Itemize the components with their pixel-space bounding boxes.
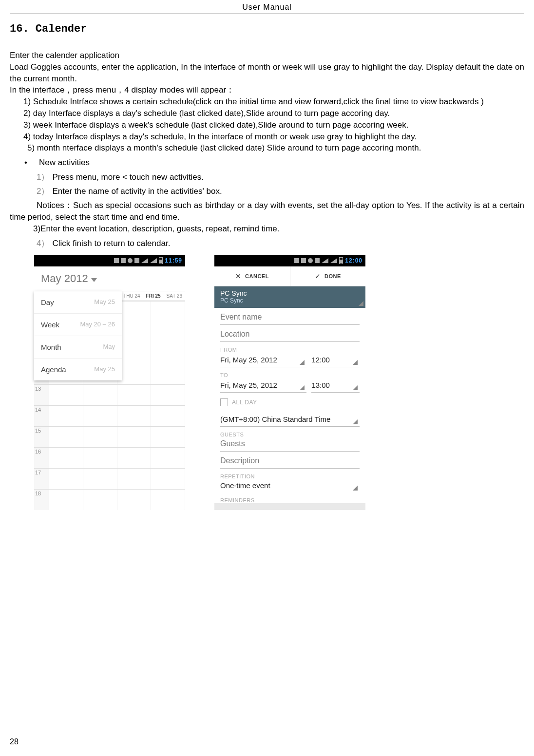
calendar-title-spinner[interactable]: May 2012: [34, 266, 185, 291]
description-field[interactable]: [220, 452, 360, 469]
to-time-spinner[interactable]: 13:00: [311, 378, 360, 393]
hour-label: 14: [34, 406, 49, 426]
hour-label: 16: [34, 448, 49, 468]
spinner-icon: [300, 385, 305, 390]
view-mode-menu: DayMay 25 WeekMay 20 – 26 MonthMay Agend…: [34, 291, 122, 380]
from-date-spinner[interactable]: Fri, May 25, 2012: [220, 353, 306, 367]
done-button[interactable]: DONE: [290, 266, 366, 286]
bullet-dot-icon: •: [24, 158, 39, 168]
reminders-label: REMINDERS: [220, 497, 360, 503]
hour-label: 15: [34, 427, 49, 447]
spinner-icon: [353, 419, 358, 424]
hour-label: 18: [34, 490, 49, 510]
mode-3: 3) week Interface displays a week's sche…: [10, 119, 524, 131]
timezone-spinner[interactable]: (GMT+8:00) China Standard Time: [220, 412, 360, 427]
page-number: 28: [10, 737, 19, 746]
status-time: 11:59: [165, 257, 182, 264]
status-bar: 11:59: [34, 255, 185, 266]
status-icon: [294, 258, 299, 263]
all-day-label: ALL DAY: [232, 399, 257, 406]
spinner-icon: [300, 360, 305, 365]
battery-icon: [339, 257, 343, 264]
status-icon: [114, 258, 119, 263]
to-date-spinner[interactable]: Fri, May 25, 2012: [220, 378, 306, 393]
intro-line-2: Load Goggles accounts, enter the applica…: [10, 61, 524, 85]
signal-icon: [330, 258, 337, 263]
status-icon: [315, 258, 320, 263]
menu-item-agenda[interactable]: AgendaMay 25: [34, 358, 122, 380]
section-title: 16. Calender: [10, 23, 524, 35]
step-2: 2）Enter the name of activity in the acti…: [10, 186, 524, 197]
day-col: SAT 26: [164, 291, 185, 301]
phone-event-editor: 12:00 CANCEL DONE PC Sync PC Sync: [214, 255, 365, 510]
from-label: FROM: [220, 347, 360, 353]
status-icon: [128, 258, 133, 263]
status-icon: [308, 258, 313, 263]
calendar-title-text: May 2012: [41, 272, 88, 285]
calendar-sub: PC Sync: [220, 297, 360, 304]
spinner-icon: [353, 360, 358, 365]
close-icon: [235, 272, 242, 280]
checkbox-icon: [220, 398, 228, 406]
status-icon: [134, 258, 139, 263]
check-icon: [315, 272, 321, 280]
menu-item-month[interactable]: MonthMay: [34, 336, 122, 358]
mode-5: 5) month nterface displays a month's sch…: [10, 142, 524, 154]
calendar-name: PC Sync: [220, 289, 360, 297]
cancel-button[interactable]: CANCEL: [214, 266, 290, 286]
calendar-selector[interactable]: PC Sync PC Sync: [214, 286, 365, 308]
signal-icon: [322, 258, 328, 263]
event-name-field[interactable]: [220, 308, 360, 325]
all-day-checkbox[interactable]: ALL DAY: [220, 398, 360, 406]
from-time-spinner[interactable]: 12:00: [311, 353, 360, 367]
cancel-label: CANCEL: [245, 273, 269, 279]
step-3: 3)Enter the event location, description,…: [10, 223, 524, 235]
phone-calendar-view: 11:59 May 2012 3 THU 24 FRI 25 SAT 26 Da…: [34, 255, 185, 510]
status-icon: [301, 258, 306, 263]
notices-text: Notices：Such as special occasions such a…: [10, 200, 524, 223]
doc-header: User Manual: [10, 0, 524, 14]
to-label: TO: [220, 372, 360, 378]
mode-1: 1) Schedule Intrface shows a certain sch…: [10, 96, 524, 108]
day-col-active: FRI 25: [143, 291, 164, 301]
battery-icon: [159, 257, 163, 264]
status-time: 12:00: [345, 257, 362, 264]
spinner-icon: [353, 385, 358, 390]
step-1: 1）Press menu, more < touch new activitie…: [10, 171, 524, 183]
hour-label: 13: [34, 385, 49, 405]
day-col: THU 24: [120, 291, 143, 301]
mode-2: 2) day Interface displays a day's schedu…: [10, 108, 524, 119]
bullet-new-activities: •New activities: [10, 158, 524, 168]
status-icon: [121, 258, 126, 263]
bullet-label: New activities: [39, 158, 90, 167]
done-label: DONE: [324, 273, 341, 279]
signal-icon: [141, 258, 148, 263]
signal-icon: [150, 258, 157, 263]
repetition-spinner[interactable]: One-time event: [220, 479, 360, 492]
guests-field[interactable]: [220, 437, 360, 452]
step-4: 4）Click finish to return to calendar.: [10, 238, 524, 249]
location-field[interactable]: [220, 325, 360, 342]
repetition-label: REPETITION: [220, 473, 360, 479]
menu-item-week[interactable]: WeekMay 20 – 26: [34, 313, 122, 336]
dropdown-icon: [91, 278, 97, 282]
guests-label: GUESTS: [220, 432, 360, 437]
menu-item-day[interactable]: DayMay 25: [34, 291, 122, 313]
mode-4: 4) today Interface displays a day's sche…: [10, 131, 524, 143]
spinner-icon: [353, 486, 358, 491]
status-bar: 12:00: [214, 255, 365, 266]
spinner-icon: [359, 301, 363, 306]
modes-intro: In the interface，press menu，4 display mo…: [10, 84, 524, 96]
intro-line-1: Enter the calender application: [10, 50, 524, 61]
hour-label: 17: [34, 469, 49, 489]
